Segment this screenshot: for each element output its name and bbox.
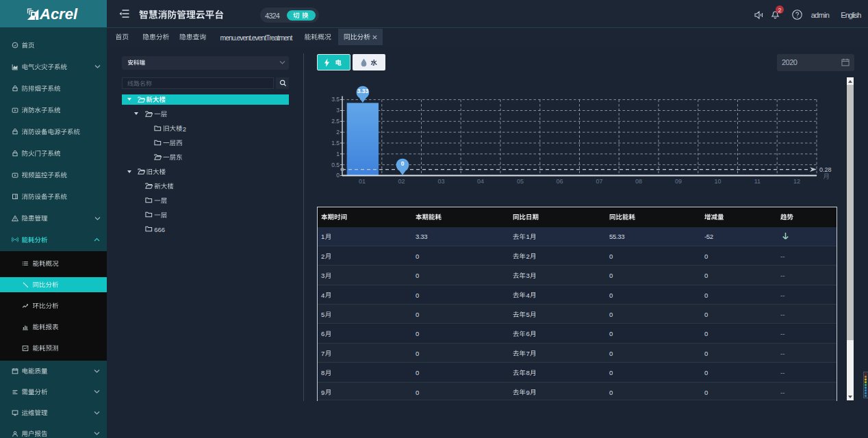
svg-text:09: 09 [675, 178, 682, 185]
svg-text:1: 1 [336, 151, 340, 157]
svg-text:3.5: 3.5 [331, 96, 340, 103]
svg-text:04: 04 [477, 178, 484, 185]
svg-text:1.5: 1.5 [331, 140, 340, 146]
svg-text:3.33: 3.33 [357, 88, 369, 94]
svg-text:07: 07 [596, 178, 602, 185]
svg-text:03: 03 [437, 178, 444, 185]
svg-text:2.5: 2.5 [331, 118, 340, 125]
svg-text:0: 0 [336, 172, 340, 179]
svg-text:3: 3 [336, 107, 340, 114]
svg-text:2: 2 [336, 129, 340, 136]
svg-text:05: 05 [517, 178, 524, 185]
svg-text:06: 06 [557, 178, 563, 185]
svg-text:01: 01 [359, 178, 366, 185]
svg-text:08: 08 [635, 178, 642, 185]
svg-text:11: 11 [754, 178, 761, 185]
svg-text:0: 0 [401, 160, 405, 167]
svg-text:0.28: 0.28 [819, 166, 832, 173]
svg-text:12: 12 [793, 178, 800, 185]
svg-text:10: 10 [715, 178, 722, 185]
svg-text:02: 02 [398, 178, 405, 185]
svg-text:0.5: 0.5 [331, 162, 340, 168]
